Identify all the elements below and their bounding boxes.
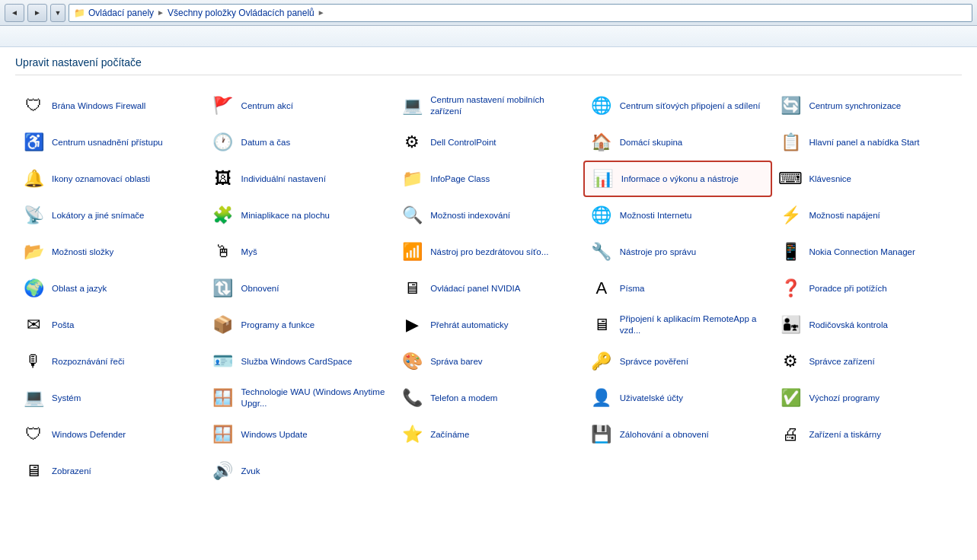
control-item-firewall[interactable]: 🛡Brána Windows Firewall	[15, 88, 205, 124]
control-item-ease-of-access[interactable]: ♿Centrum usnadnění přístupu	[15, 124, 205, 161]
power-label[interactable]: Možnosti napájení	[809, 210, 880, 221]
defaults-label[interactable]: Výchozí programy	[809, 393, 880, 404]
control-item-power[interactable]: ⚡Možnosti napájení	[772, 197, 962, 234]
locators-label[interactable]: Lokátory a jiné snímače	[52, 210, 144, 221]
control-item-indexing[interactable]: 🔍Možnosti indexování	[394, 197, 583, 234]
control-item-parental[interactable]: 👨‍👧Rodičovská kontrola	[772, 307, 962, 343]
control-item-folder-options[interactable]: 📂Možnosti složky	[15, 234, 205, 270]
taskbar-label[interactable]: Hlavní panel a nabídka Start	[809, 137, 919, 148]
user-accounts-label[interactable]: Uživatelské účty	[620, 393, 683, 404]
notify-icons-label[interactable]: Ikony oznamovací oblasti	[52, 173, 150, 185]
restore-label[interactable]: Obnovení	[241, 283, 279, 294]
programs-label[interactable]: Programy a funkce	[241, 320, 315, 331]
path-segment-2[interactable]: Všechny položky Ovládacích panelů	[168, 8, 314, 18]
control-item-mobile-settings[interactable]: 💻Centrum nastavení mobilních zařízení	[394, 88, 583, 124]
credentials-label[interactable]: Správce pověření	[620, 356, 688, 368]
mobile-settings-label[interactable]: Centrum nastavení mobilních zařízení	[430, 94, 577, 117]
control-item-windows-update[interactable]: 🪟Windows Update	[205, 416, 394, 453]
control-item-backup[interactable]: 💾Zálohování a obnovení	[583, 416, 773, 453]
control-item-locators[interactable]: 📡Lokátory a jiné snímače	[15, 197, 205, 234]
control-item-phone-modem[interactable]: 📞Telefon a modem	[394, 380, 583, 416]
devices-printers-label[interactable]: Zařízení a tiskárny	[809, 429, 881, 441]
cardspace-label[interactable]: Služba Windows CardSpace	[241, 356, 353, 368]
windows-update-label[interactable]: Windows Update	[241, 429, 308, 441]
control-item-troubleshoot[interactable]: ❓Poradce při potížích	[772, 270, 962, 307]
control-item-defender[interactable]: 🛡Windows Defender	[15, 416, 205, 453]
nvidia-label[interactable]: Ovládací panel NVIDIA	[430, 283, 520, 294]
defender-label[interactable]: Windows Defender	[52, 429, 126, 441]
control-item-speech[interactable]: 🎙Rozpoznávání řeči	[15, 343, 205, 380]
control-item-homegroup[interactable]: 🏠Domácí skupina	[583, 124, 773, 161]
network-sharing-label[interactable]: Centrum síťových připojení a sdílení	[620, 100, 761, 112]
forward-button[interactable]: ►	[27, 4, 47, 22]
wau-label[interactable]: Technologie WAU (Windows Anytime Upgr...	[241, 387, 388, 409]
path-segment-1[interactable]: Ovládací panely	[88, 8, 154, 18]
control-item-cardspace[interactable]: 🪪Služba Windows CardSpace	[205, 343, 394, 380]
back-button[interactable]: ◄	[5, 4, 24, 22]
backup-label[interactable]: Zálohování a obnovení	[620, 429, 709, 441]
control-item-notify-icons[interactable]: 🔔Ikony oznamovací oblasti	[15, 161, 205, 197]
display-label[interactable]: Zobrazení	[52, 466, 91, 477]
individual-label[interactable]: Individuální nastavení	[241, 173, 326, 185]
control-item-nvidia[interactable]: 🖥Ovládací panel NVIDIA	[394, 270, 583, 307]
control-item-programs[interactable]: 📦Programy a funkce	[205, 307, 394, 343]
up-button[interactable]: ▼	[50, 4, 65, 22]
parental-label[interactable]: Rodičovská kontrola	[809, 320, 888, 331]
miniapps-label[interactable]: Miniaplikace na plochu	[241, 210, 330, 221]
mail-label[interactable]: Pošta	[52, 320, 74, 331]
control-item-restore[interactable]: 🔃Obnovení	[205, 270, 394, 307]
control-item-mgmt-tools[interactable]: 🔧Nástroje pro správu	[583, 234, 773, 270]
phone-modem-label[interactable]: Telefon a modem	[430, 393, 497, 404]
speech-label[interactable]: Rozpoznávání řeči	[52, 356, 124, 368]
homegroup-label[interactable]: Domácí skupina	[620, 137, 682, 148]
date-time-label[interactable]: Datum a čas	[241, 137, 291, 148]
control-item-internet-options[interactable]: 🌐Možnosti Internetu	[583, 197, 773, 234]
control-item-mail[interactable]: ✉Pošta	[15, 307, 205, 343]
control-item-fonts[interactable]: APísma	[583, 270, 773, 307]
control-item-performance[interactable]: 📊Informace o výkonu a nástroje	[583, 161, 773, 197]
internet-options-label[interactable]: Možnosti Internetu	[620, 210, 692, 221]
control-item-devices-printers[interactable]: 🖨Zařízení a tiskárny	[772, 416, 962, 453]
system-label[interactable]: Systém	[52, 393, 81, 404]
control-item-user-accounts[interactable]: 👤Uživatelské účty	[583, 380, 773, 416]
firewall-label[interactable]: Brána Windows Firewall	[52, 100, 145, 112]
control-item-display[interactable]: 🖥Zobrazení	[15, 453, 205, 489]
control-item-wau[interactable]: 🪟Technologie WAU (Windows Anytime Upgr..…	[205, 380, 394, 416]
control-item-remoteapp[interactable]: 🖥Připojení k aplikacím RemoteApp a vzd..…	[583, 307, 773, 343]
control-item-action-center[interactable]: 🚩Centrum akcí	[205, 88, 394, 124]
control-item-system[interactable]: 💻Systém	[15, 380, 205, 416]
wireless-label[interactable]: Nástroj pro bezdrátovou síťo...	[430, 247, 548, 258]
control-item-wireless[interactable]: 📶Nástroj pro bezdrátovou síťo...	[394, 234, 583, 270]
control-item-nokia[interactable]: 📱Nokia Connection Manager	[772, 234, 962, 270]
control-item-defaults[interactable]: ✅Výchozí programy	[772, 380, 962, 416]
control-item-keyboard[interactable]: ⌨Klávesnice	[772, 161, 962, 197]
autoplay-label[interactable]: Přehrát automaticky	[430, 320, 508, 331]
devmgr-label[interactable]: Správce zařízení	[809, 356, 874, 368]
control-item-sound[interactable]: 🔊Zvuk	[205, 453, 394, 489]
nokia-label[interactable]: Nokia Connection Manager	[809, 247, 915, 258]
control-item-mouse[interactable]: 🖱Myš	[205, 234, 394, 270]
dell-cp-label[interactable]: Dell ControlPoint	[430, 137, 496, 148]
sync-center-label[interactable]: Centrum synchronizace	[809, 100, 901, 112]
infopage-label[interactable]: InfoPage Class	[430, 173, 490, 185]
remoteapp-label[interactable]: Připojení k aplikacím RemoteApp a vzd...	[620, 313, 767, 336]
control-item-miniapps[interactable]: 🧩Miniaplikace na plochu	[205, 197, 394, 234]
control-item-getting-started[interactable]: ⭐Začínáme	[394, 416, 583, 453]
control-item-sync-center[interactable]: 🔄Centrum synchronizace	[772, 88, 962, 124]
control-item-network-sharing[interactable]: 🌐Centrum síťových připojení a sdílení	[583, 88, 773, 124]
control-item-infopage[interactable]: 📁InfoPage Class	[394, 161, 583, 197]
control-item-devmgr[interactable]: ⚙Správce zařízení	[772, 343, 962, 380]
control-item-color-mgmt[interactable]: 🎨Správa barev	[394, 343, 583, 380]
control-item-individual[interactable]: 🖼Individuální nastavení	[205, 161, 394, 197]
sound-label[interactable]: Zvuk	[241, 466, 260, 477]
performance-label[interactable]: Informace o výkonu a nástroje	[621, 173, 739, 185]
fonts-label[interactable]: Písma	[620, 283, 645, 294]
keyboard-label[interactable]: Klávesnice	[809, 173, 851, 185]
ease-of-access-label[interactable]: Centrum usnadnění přístupu	[52, 137, 163, 148]
region-label[interactable]: Oblast a jazyk	[52, 283, 107, 294]
folder-options-label[interactable]: Možnosti složky	[52, 247, 113, 258]
control-item-taskbar[interactable]: 📋Hlavní panel a nabídka Start	[772, 124, 962, 161]
troubleshoot-label[interactable]: Poradce při potížích	[809, 283, 886, 294]
control-item-date-time[interactable]: 🕐Datum a čas	[205, 124, 394, 161]
indexing-label[interactable]: Možnosti indexování	[430, 210, 510, 221]
